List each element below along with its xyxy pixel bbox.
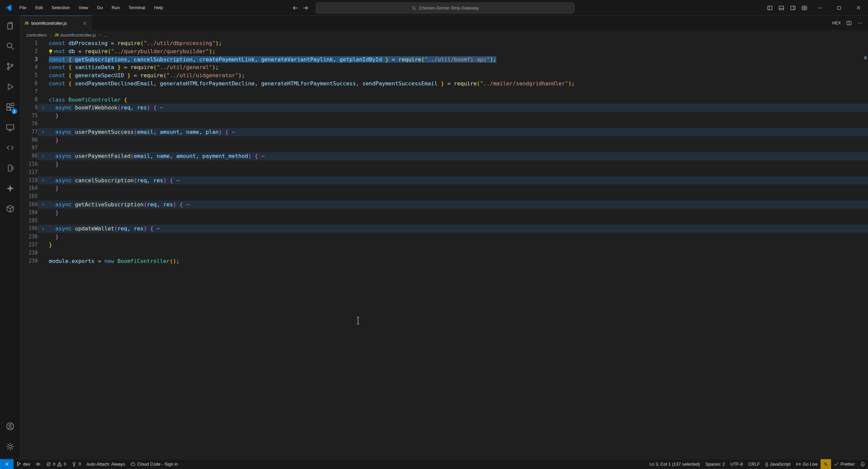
code-line[interactable]: 77 async userPaymentSuccess(email, amoun… <box>20 128 868 136</box>
fold-chevron-icon[interactable] <box>38 201 49 209</box>
activity-jug-tool[interactable] <box>0 158 20 178</box>
activity-sparkle-assistant[interactable] <box>0 178 20 199</box>
split-editor-icon[interactable] <box>846 20 852 26</box>
line-number[interactable]: 6 <box>20 80 38 88</box>
activity-settings[interactable] <box>0 436 20 457</box>
tab-boomficontroller[interactable]: JS boomficontroller.js <box>20 16 92 30</box>
code-line[interactable]: 118 async cancelSubscription(req, res) {… <box>20 177 868 185</box>
code-line[interactable]: 194 } <box>20 209 868 217</box>
status-eol[interactable]: CRLF <box>746 459 763 469</box>
code-editor[interactable]: 1const dbProcessing = require("../util/d… <box>20 39 868 459</box>
status-git-branch[interactable]: dev <box>14 459 33 469</box>
line-number[interactable]: 196 <box>20 225 38 233</box>
status-go-live[interactable]: Go Live <box>793 459 821 469</box>
line-number[interactable]: 9 <box>20 104 38 112</box>
line-number[interactable]: 2 <box>20 47 38 56</box>
activity-code-brackets[interactable] <box>0 138 20 158</box>
code-line[interactable]: 196 async updateWallet(req, res) { ⋯ <box>20 225 868 233</box>
fold-chevron-icon[interactable] <box>38 225 49 233</box>
activity-extensions[interactable]: 3 <box>0 97 20 117</box>
line-number[interactable]: 237 <box>20 241 38 249</box>
status-remote-indicator[interactable] <box>0 459 14 469</box>
activity-package-containers[interactable] <box>0 199 20 219</box>
menu-terminal[interactable]: Terminal <box>124 0 150 16</box>
code-line[interactable]: 5const { generateSpecUID } = require("..… <box>20 72 868 80</box>
close-tab-icon[interactable] <box>82 21 87 26</box>
status-encoding[interactable]: UTF-8 <box>728 459 746 469</box>
breadcrumb-item[interactable]: controllers <box>26 33 47 38</box>
code-line[interactable]: 116 } <box>20 160 868 168</box>
line-number[interactable]: 3 <box>20 56 38 64</box>
fold-chevron-icon[interactable] <box>38 177 49 185</box>
code-line[interactable]: 96 } <box>20 136 868 144</box>
status-problems[interactable]: 00 <box>43 459 69 469</box>
code-line[interactable]: 76 <box>20 120 868 128</box>
code-line[interactable]: 1const dbProcessing = require("../util/d… <box>20 39 868 47</box>
toggle-panel-icon[interactable] <box>775 0 787 16</box>
line-number[interactable]: 166 <box>20 201 38 209</box>
status-flash-toggle[interactable] <box>821 459 831 469</box>
line-number[interactable]: 118 <box>20 177 38 185</box>
line-number[interactable]: 239 <box>20 257 38 265</box>
code-line[interactable]: 239module.exports = new BoomfiController… <box>20 257 868 265</box>
menu-run[interactable]: Run <box>107 0 124 16</box>
more-actions-icon[interactable] <box>857 20 863 26</box>
line-number[interactable]: 96 <box>20 136 38 144</box>
code-line[interactable]: 8class BoomfiController { <box>20 96 868 104</box>
status-ports[interactable]: 0 <box>69 459 83 469</box>
code-line[interactable]: 6const { sendPaymentDeclinedEmail, gener… <box>20 80 868 88</box>
status-cloud-code[interactable]: Cloud Code - Sign in <box>128 459 181 469</box>
code-line[interactable]: 75 } <box>20 112 868 120</box>
code-line[interactable]: 195 <box>20 217 868 225</box>
menu-help[interactable]: Help <box>150 0 167 16</box>
activity-run-debug[interactable] <box>0 77 20 97</box>
status-language-mode[interactable]: {}JavaScript <box>763 459 793 469</box>
menu-go[interactable]: Go <box>93 0 107 16</box>
code-line[interactable]: 9 async boomfiWebhook(req, res) { ⋯ <box>20 104 868 112</box>
toggle-secondary-sidebar-icon[interactable] <box>787 0 798 16</box>
forward-arrow-icon[interactable] <box>303 5 309 11</box>
code-line[interactable]: 98 async userPaymentFailed(email, name, … <box>20 152 868 160</box>
code-line[interactable]: 236 } <box>20 233 868 241</box>
status-indentation[interactable]: Spaces: 2 <box>703 459 728 469</box>
code-line[interactable]: 164 } <box>20 184 868 192</box>
activity-accounts[interactable] <box>0 416 20 436</box>
line-number[interactable]: 4 <box>20 63 38 72</box>
minimize-button[interactable] <box>810 0 829 16</box>
activity-explorer[interactable] <box>0 16 20 36</box>
line-number[interactable]: 195 <box>20 217 38 225</box>
toggle-sidebar-icon[interactable] <box>764 0 775 16</box>
code-line[interactable]: 238 <box>20 249 868 257</box>
activity-remote-explorer[interactable] <box>0 117 20 138</box>
line-number[interactable]: 194 <box>20 209 38 217</box>
code-line[interactable]: 2const db = require("../querybuilder/que… <box>20 47 868 56</box>
breadcrumb-item[interactable]: ... <box>104 33 107 38</box>
back-arrow-icon[interactable] <box>292 5 298 11</box>
code-line[interactable]: 166 async getActiveSubscription(req, res… <box>20 201 868 209</box>
status-cursor-position[interactable]: Ln 3, Col 1 (137 selected) <box>647 459 703 469</box>
line-number[interactable]: 97 <box>20 144 38 152</box>
breadcrumb-item[interactable]: JSboomficontroller.js <box>55 33 96 38</box>
line-number[interactable]: 116 <box>20 160 38 168</box>
maximize-button[interactable] <box>829 0 849 16</box>
hex-editor-button[interactable]: HEX <box>832 21 841 25</box>
code-line[interactable]: 237} <box>20 241 868 249</box>
line-number[interactable]: 117 <box>20 168 38 177</box>
close-window-button[interactable] <box>849 0 868 16</box>
line-number[interactable]: 165 <box>20 192 38 201</box>
line-number[interactable]: 1 <box>20 39 38 47</box>
code-line[interactable]: 97 <box>20 144 868 152</box>
line-number[interactable]: 77 <box>20 128 38 136</box>
code-line[interactable]: 4const { sanitizeData } = require("../ut… <box>20 63 868 72</box>
activity-search[interactable] <box>0 36 20 56</box>
code-line[interactable]: 117 <box>20 168 868 177</box>
line-number[interactable]: 75 <box>20 112 38 120</box>
line-number[interactable]: 5 <box>20 72 38 80</box>
activity-source-control[interactable] <box>0 56 20 77</box>
menu-edit[interactable]: Edit <box>31 0 47 16</box>
menu-file[interactable]: File <box>15 0 31 16</box>
code-line[interactable]: 7 <box>20 88 868 96</box>
code-line[interactable]: 3const { getSubscriptions, cancelSubscri… <box>20 56 868 64</box>
menu-selection[interactable]: Selection <box>47 0 74 16</box>
status-prettier[interactable]: Prettier <box>831 459 857 469</box>
